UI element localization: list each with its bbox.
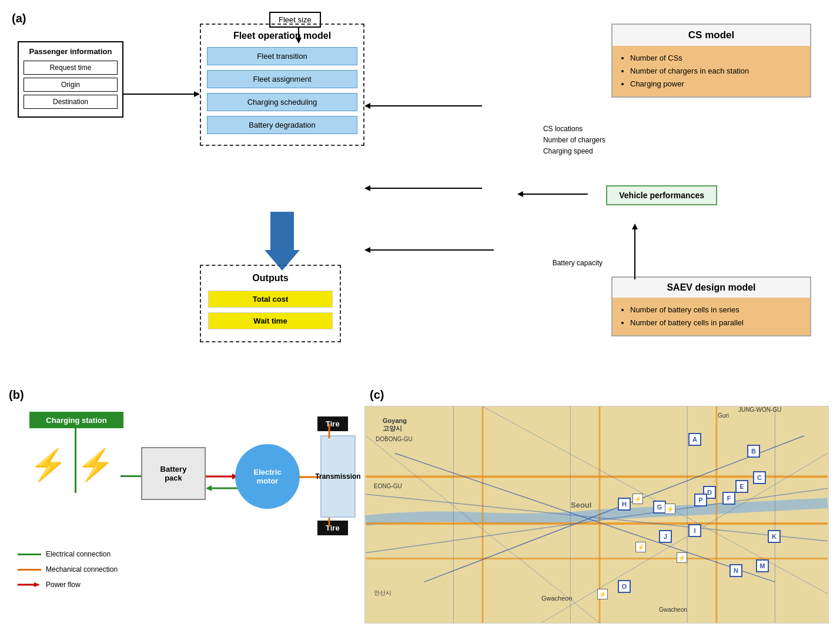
battery-cap-arrow xyxy=(364,241,500,265)
cs-model-content: Number of CSs Number of chargers in each… xyxy=(613,46,810,96)
cs-to-fleet-arrow xyxy=(364,100,485,118)
passenger-info-box: Passenger information Request time Origi… xyxy=(18,41,123,118)
panel-c-label: (c) xyxy=(367,388,386,402)
svg-marker-14 xyxy=(265,212,300,271)
fleet-op-title: Fleet operation model xyxy=(207,31,357,41)
marker-N: N xyxy=(729,564,742,577)
passenger-info-title: Passenger information xyxy=(24,47,118,56)
legend-orange-line xyxy=(18,569,41,571)
marker-M: M xyxy=(756,559,769,572)
svg-marker-18 xyxy=(206,485,212,491)
city-seoul: Seoul xyxy=(571,501,591,509)
city-goyang: Goyang고양시 xyxy=(383,417,407,433)
diagram-section-c: (c) xyxy=(364,388,829,624)
legend-green-line xyxy=(18,554,41,555)
svg-marker-11 xyxy=(632,224,638,229)
city-eong: EONG-GU xyxy=(374,483,402,489)
saev-box: SAEV design model Number of battery cell… xyxy=(611,276,811,336)
transmission-box: Transmission xyxy=(320,435,356,518)
legend-red-arrow-svg xyxy=(18,581,41,589)
svg-marker-9 xyxy=(517,191,523,197)
svg-marker-23 xyxy=(34,582,40,587)
charger-icon-right: ⚡ xyxy=(76,447,115,483)
cs-model-title: CS model xyxy=(613,25,810,46)
fleet-transition-item: Fleet transition xyxy=(207,47,357,65)
charger-i-icon: ⚡ xyxy=(635,542,646,552)
city-guri: Guri xyxy=(718,412,729,419)
saev-item-1: Number of battery cells in series xyxy=(630,304,801,316)
marker-J: J xyxy=(659,530,672,543)
legend-power-flow: Power flow xyxy=(18,578,118,592)
wait-time-badge: Wait time xyxy=(208,312,333,329)
charger-icon-left: ⚡ xyxy=(29,447,68,483)
charger-j-icon: ⚡ xyxy=(677,552,687,563)
request-time-item: Request time xyxy=(24,61,118,75)
marker-A: A xyxy=(688,433,701,446)
saev-item-2: Number of battery cells in parallel xyxy=(630,316,801,329)
cs-model-box: CS model Number of CSs Number of charger… xyxy=(611,24,811,98)
tire-bottom: Tire xyxy=(317,521,348,535)
charging-station-bar: Charging station xyxy=(29,412,123,428)
tire-top: Tire xyxy=(317,416,348,431)
marker-B: B xyxy=(747,445,760,458)
city-ansan: 안산시 xyxy=(374,589,391,597)
outputs-title: Outputs xyxy=(208,273,333,284)
electric-motor-circle: Electric motor xyxy=(235,444,300,509)
battery-pack-box: Battery pack xyxy=(141,447,206,500)
saev-to-vp-arrow xyxy=(629,224,641,282)
marker-H: H xyxy=(618,498,631,511)
svg-marker-3 xyxy=(194,91,200,97)
panel-b-label: (b) xyxy=(9,388,24,402)
passenger-to-fleet-arrow xyxy=(123,88,206,100)
fleet-assignment-item: Fleet assignment xyxy=(207,70,357,88)
marker-K: K xyxy=(768,530,781,543)
cs-item-2: Number of chargers in each station xyxy=(630,65,801,78)
cs-item-1: Number of CSs xyxy=(630,52,801,65)
marker-G: G xyxy=(653,501,666,514)
origin-item: Origin xyxy=(24,78,118,92)
marker-F: F xyxy=(722,492,735,505)
marker-I: I xyxy=(688,524,701,537)
legend-box: Electrical connection Mechanical connect… xyxy=(18,547,118,593)
charger-o-icon: ⚡ xyxy=(597,589,608,599)
marker-C: C xyxy=(753,471,766,484)
marker-P: P xyxy=(694,494,707,506)
map-container: A B C D E F G H I J K ⚡ M N O P ⚡ ⚡ ⚡ ⚡ xyxy=(364,406,829,624)
saev-title: SAEV design model xyxy=(613,278,810,298)
vp-to-charging-arrow xyxy=(517,188,594,200)
svg-marker-5 xyxy=(364,103,370,109)
city-gwacheon: Gwacheon xyxy=(541,595,573,602)
fleet-op-box: Fleet operation model Fleet transition F… xyxy=(200,24,364,146)
city-gwan: Gwacheon xyxy=(659,606,687,613)
battery-degradation-item: Battery degradation xyxy=(207,116,357,134)
map-svg xyxy=(365,406,828,623)
charger-h-icon: ⚡ xyxy=(632,494,643,504)
destination-item: Destination xyxy=(24,95,118,109)
outputs-box: Outputs Total cost Wait time xyxy=(200,265,341,342)
saev-content: Number of battery cells in series Number… xyxy=(613,298,810,335)
vehicle-performances-box: Vehicle performances xyxy=(606,185,717,205)
diagram-section-a: (a) Fleet size Passenger information Req… xyxy=(6,6,829,388)
cs-locations-text: CS locations Number of chargers Charging… xyxy=(543,124,605,158)
panel-a-label: (a) xyxy=(12,12,26,25)
diagram-section-b: (b) Charging station ⚡ ⚡ Battery pack El… xyxy=(6,388,347,624)
city-jung: JUNG-WON-GU xyxy=(738,406,781,413)
total-cost-badge: Total cost xyxy=(208,291,333,308)
svg-marker-7 xyxy=(364,185,370,191)
charging-scheduling-item: Charging scheduling xyxy=(207,93,357,111)
svg-marker-13 xyxy=(364,247,370,253)
legend-mechanical: Mechanical connection xyxy=(18,562,118,576)
marker-E: E xyxy=(735,480,748,493)
marker-O: O xyxy=(618,580,631,593)
cs-item-3: Charging power xyxy=(630,78,801,91)
city-label-1: DOBONG-GU xyxy=(376,436,413,442)
cs-to-charging-arrow xyxy=(364,182,485,200)
battery-capacity-text: Battery capacity xyxy=(553,259,603,267)
fleet-to-outputs-arrow xyxy=(265,212,300,271)
charger-station-L: ⚡ xyxy=(665,504,675,514)
legend-electrical: Electrical connection xyxy=(18,547,118,561)
